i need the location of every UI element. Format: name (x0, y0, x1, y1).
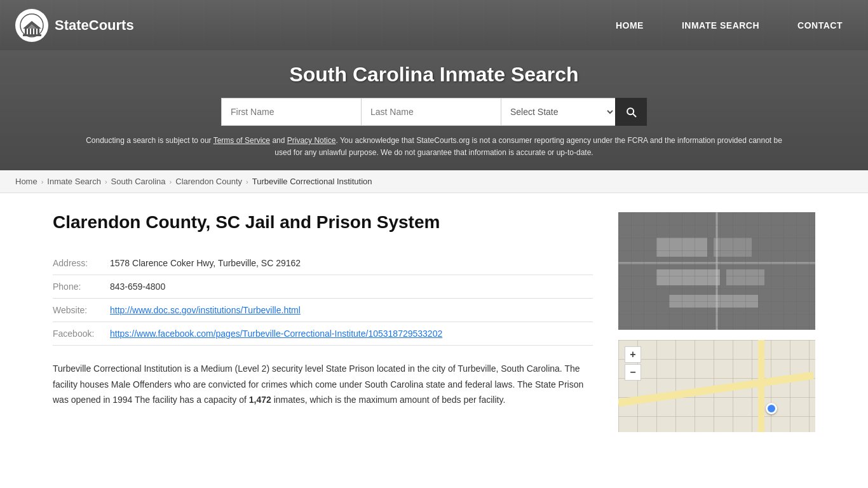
phone-row: Phone: 843-659-4800 (53, 275, 593, 299)
search-icon (625, 105, 637, 118)
nav-inmate-search[interactable]: INMATE SEARCH (663, 0, 778, 50)
facebook-label: Facebook: (53, 322, 110, 346)
main-nav: HOME INMATE SEARCH CONTACT (597, 0, 868, 50)
hero-title: South Carolina Inmate Search (0, 63, 868, 86)
facility-description: Turbeville Correctional Institution is a… (53, 361, 593, 408)
svg-rect-14 (726, 269, 764, 285)
breadcrumb-current: Turbeville Correctional Institution (252, 177, 372, 186)
facebook-row: Facebook: https://www.facebook.com/pages… (53, 322, 593, 346)
map-placeholder: + − (618, 340, 815, 432)
map-zoom-in-button[interactable]: + (625, 346, 641, 363)
right-panel: + − (618, 212, 815, 432)
map-road-horizontal (618, 372, 814, 407)
facebook-link[interactable]: https://www.facebook.com/pages/Turbevill… (110, 329, 442, 339)
address-label: Address: (53, 252, 110, 275)
left-column: Clarendon County, SC Jail and Prison Sys… (53, 212, 593, 432)
map-container: + − (618, 340, 815, 432)
website-value: http://www.doc.sc.gov/institutions/Turbe… (110, 299, 593, 322)
description-part-2: inmates, which is the maximum amount of … (271, 395, 506, 405)
nav-home[interactable]: HOME (597, 0, 663, 50)
facebook-value: https://www.facebook.com/pages/Turbevill… (110, 322, 593, 346)
svg-rect-9 (618, 212, 815, 330)
svg-rect-7 (23, 34, 41, 36)
breadcrumb-sep-2: › (105, 178, 107, 186)
info-table: Address: 1578 Clarence Coker Hwy, Turbev… (53, 252, 593, 346)
phone-label: Phone: (53, 275, 110, 299)
logo-icon (15, 9, 48, 42)
map-marker (766, 403, 777, 414)
svg-rect-4 (34, 29, 36, 34)
svg-rect-2 (28, 29, 30, 34)
breadcrumb-home[interactable]: Home (15, 177, 37, 186)
site-name: StateCourts (55, 17, 134, 34)
logo-link[interactable]: StateCourts (0, 9, 134, 42)
page-title: Clarendon County, SC Jail and Prison Sys… (53, 212, 593, 233)
state-select[interactable]: Select State (501, 98, 615, 126)
svg-rect-13 (656, 269, 720, 285)
svg-rect-11 (656, 238, 707, 257)
svg-rect-1 (25, 29, 27, 34)
breadcrumb-clarendon-county[interactable]: Clarendon County (175, 177, 242, 186)
website-label: Website: (53, 299, 110, 322)
capacity-value: 1,472 (249, 395, 271, 405)
main-content: Clarendon County, SC Jail and Prison Sys… (27, 193, 841, 451)
breadcrumb-sep-4: › (246, 178, 248, 186)
svg-rect-10 (618, 212, 815, 330)
privacy-link[interactable]: Privacy Notice (287, 136, 336, 145)
svg-rect-12 (714, 238, 752, 257)
nav-contact[interactable]: CONTACT (778, 0, 862, 50)
hero-section: South Carolina Inmate Search Select Stat… (0, 50, 868, 170)
facility-image-placeholder (618, 212, 815, 330)
breadcrumb-south-carolina[interactable]: South Carolina (111, 177, 166, 186)
website-link[interactable]: http://www.doc.sc.gov/institutions/Turbe… (110, 305, 301, 315)
last-name-input[interactable] (361, 98, 501, 126)
website-row: Website: http://www.doc.sc.gov/instituti… (53, 299, 593, 322)
terms-link[interactable]: Terms of Service (214, 136, 270, 145)
map-zoom-out-button[interactable]: − (625, 364, 641, 381)
address-value: 1578 Clarence Coker Hwy, Turbeville, SC … (110, 252, 593, 275)
map-controls: + − (625, 346, 641, 381)
header: StateCourts HOME INMATE SEARCH CONTACT (0, 0, 868, 50)
breadcrumb-sep-3: › (170, 178, 172, 186)
content-grid: Clarendon County, SC Jail and Prison Sys… (53, 212, 815, 432)
svg-rect-5 (37, 29, 39, 34)
search-button[interactable] (615, 98, 647, 126)
breadcrumb-sep-1: › (41, 178, 44, 186)
map-road-vertical (758, 340, 764, 432)
search-bar: Select State (0, 98, 868, 126)
svg-rect-3 (31, 29, 33, 34)
phone-value: 843-659-4800 (110, 275, 593, 299)
breadcrumb: Home › Inmate Search › South Carolina › … (0, 170, 868, 193)
first-name-input[interactable] (221, 98, 361, 126)
address-row: Address: 1578 Clarence Coker Hwy, Turbev… (53, 252, 593, 275)
disclaimer-text: Conducting a search is subject to our Te… (85, 135, 783, 159)
svg-rect-15 (669, 295, 758, 308)
facility-image (618, 212, 815, 330)
breadcrumb-inmate-search[interactable]: Inmate Search (47, 177, 101, 186)
